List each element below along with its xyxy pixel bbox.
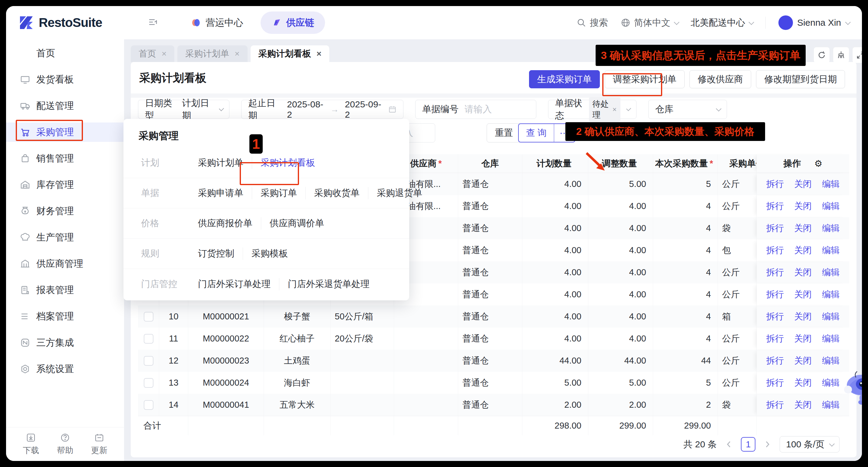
sidebar-item-integrations[interactable]: 三方集成 <box>6 333 124 353</box>
date-range-picker[interactable]: 起止日期 2025-08-2 → 2025-09-2 <box>241 100 403 119</box>
menu-link-purchase-template[interactable]: 采购模板 <box>243 247 296 260</box>
split-row-link[interactable]: 拆行 <box>766 178 784 190</box>
modify-expected-date-button[interactable]: 修改期望到货日期 <box>756 70 845 88</box>
menu-link-supplier-quote[interactable]: 供应商报价单 <box>189 217 261 230</box>
sidebar-item-suppliers[interactable]: 供应商管理 <box>6 254 124 273</box>
edit-row-link[interactable]: 编辑 <box>822 311 840 323</box>
date-type-select[interactable]: 日期类型 计划日期 <box>138 100 229 119</box>
sidebar-item-delivery[interactable]: 配送管理 <box>6 96 124 115</box>
sidebar-item-reports[interactable]: 报表管理 <box>6 280 124 300</box>
generate-purchase-order-button[interactable]: 生成采购订单 <box>529 70 600 88</box>
split-row-link[interactable]: 拆行 <box>766 377 784 389</box>
close-row-link[interactable]: 关闭 <box>794 333 812 345</box>
tag-close-icon[interactable]: × <box>613 105 617 114</box>
refresh-button[interactable] <box>813 47 830 63</box>
edit-row-link[interactable]: 编辑 <box>822 222 840 234</box>
edit-row-link[interactable]: 编辑 <box>822 399 840 411</box>
reset-button[interactable]: 重置 <box>487 124 521 142</box>
sidebar-item-production[interactable]: 生产管理 <box>6 228 124 247</box>
sidebar-item-sales[interactable]: 销售管理 <box>6 149 124 168</box>
menu-link-store-external-return[interactable]: 门店外采退货单处理 <box>279 278 378 290</box>
sidebar-item-shipping-board[interactable]: 发货看板 <box>6 70 124 89</box>
close-row-link[interactable]: 关闭 <box>794 355 812 367</box>
next-page-button[interactable] <box>765 440 771 449</box>
menu-link-supplier-price-adjust[interactable]: 供应商调价单 <box>261 217 333 230</box>
query-button[interactable]: 查 询 <box>519 124 554 142</box>
sidebar-item-finance[interactable]: 财务管理 <box>6 201 124 221</box>
edit-row-link[interactable]: 编辑 <box>822 178 840 190</box>
menu-link-store-external-order[interactable]: 门店外采订单处理 <box>189 278 279 290</box>
row-checkbox[interactable] <box>144 400 153 410</box>
split-row-link[interactable]: 拆行 <box>766 311 784 323</box>
menu-link-purchase-receipt[interactable]: 采购收货单 <box>305 187 368 199</box>
menu-row-price: 价格 供应商报价单 供应商调价单 <box>123 208 409 239</box>
split-row-link[interactable]: 拆行 <box>766 355 784 367</box>
close-icon[interactable]: × <box>162 49 166 59</box>
sidebar-item-home[interactable]: 首页 <box>6 43 124 63</box>
split-row-link[interactable]: 拆行 <box>766 333 784 345</box>
split-row-link[interactable]: 拆行 <box>766 200 784 212</box>
close-row-link[interactable]: 关闭 <box>794 178 812 190</box>
sidebar-collapse-icon[interactable] <box>147 16 158 29</box>
menu-link-purchase-request[interactable]: 采购申请单 <box>189 187 252 199</box>
edit-row-link[interactable]: 编辑 <box>822 266 840 278</box>
sidebar-item-archives[interactable]: 档案管理 <box>6 307 124 326</box>
org-select[interactable]: 北美配送中心 <box>691 16 753 29</box>
close-row-link[interactable]: 关闭 <box>794 200 812 212</box>
column-settings-gear-icon[interactable]: ⚙ <box>814 158 823 169</box>
close-row-link[interactable]: 关闭 <box>794 266 812 278</box>
edit-row-link[interactable]: 编辑 <box>822 244 840 257</box>
sidebar-item-inventory[interactable]: 库存管理 <box>6 175 124 195</box>
menu-link-order-control[interactable]: 订货控制 <box>189 247 243 260</box>
nav-operations-center[interactable]: 营运中心 <box>183 11 251 34</box>
modify-supplier-button[interactable]: 修改供应商 <box>689 70 751 88</box>
search-trigger[interactable]: 搜索 <box>577 16 608 29</box>
page-number[interactable]: 1 <box>741 437 755 452</box>
edit-row-link[interactable]: 编辑 <box>822 333 840 345</box>
cell-current-qty: 4 <box>653 305 718 328</box>
fullscreen-button[interactable] <box>852 47 862 63</box>
tab-purchase-plan-order[interactable]: 采购计划单× <box>177 45 247 62</box>
row-checkbox[interactable] <box>144 312 153 322</box>
cell-ops: 拆行 关闭 编辑 <box>756 349 849 372</box>
edit-row-link[interactable]: 编辑 <box>822 200 840 212</box>
page-size-select[interactable]: 100 条/页 <box>780 436 840 453</box>
doc-status-select[interactable]: 单据状态 待处理 × <box>548 100 637 119</box>
close-row-link[interactable]: 关闭 <box>794 222 812 234</box>
menu-link-purchase-return[interactable]: 采购退货单 <box>368 187 431 199</box>
cell-supplier <box>394 372 458 394</box>
close-icon[interactable]: × <box>235 49 239 59</box>
split-row-link[interactable]: 拆行 <box>766 399 784 411</box>
split-row-link[interactable]: 拆行 <box>766 266 784 278</box>
row-checkbox[interactable] <box>144 356 153 366</box>
split-row-link[interactable]: 拆行 <box>766 289 784 301</box>
edit-row-link[interactable]: 编辑 <box>822 355 840 367</box>
help-button[interactable]: 帮助 <box>57 433 73 456</box>
row-checkbox[interactable] <box>144 378 153 388</box>
edit-row-link[interactable]: 编辑 <box>822 289 840 301</box>
user-menu[interactable]: Sienna Xin <box>778 15 849 30</box>
prev-page-button[interactable] <box>726 440 732 449</box>
tab-home[interactable]: 首页× <box>131 45 174 62</box>
nav-supply-chain[interactable]: 供应链 <box>260 11 325 34</box>
tab-purchase-plan-board[interactable]: 采购计划看板× <box>251 45 329 62</box>
close-row-link[interactable]: 关闭 <box>794 311 812 323</box>
close-row-link[interactable]: 关闭 <box>794 399 812 411</box>
clear-cache-button[interactable] <box>833 47 849 63</box>
menu-link-purchase-order[interactable]: 采购订单 <box>252 187 305 199</box>
close-icon[interactable]: × <box>317 49 321 59</box>
close-row-link[interactable]: 关闭 <box>794 244 812 257</box>
mascot-robot[interactable] <box>840 368 862 408</box>
language-select[interactable]: 简体中文 <box>621 16 678 29</box>
split-row-link[interactable]: 拆行 <box>766 244 784 257</box>
close-row-link[interactable]: 关闭 <box>794 289 812 301</box>
sidebar-item-settings[interactable]: 系统设置 <box>6 359 124 379</box>
split-row-link[interactable]: 拆行 <box>766 222 784 234</box>
edit-row-link[interactable]: 编辑 <box>822 377 840 389</box>
row-checkbox[interactable] <box>144 334 153 343</box>
close-row-link[interactable]: 关闭 <box>794 377 812 389</box>
update-button[interactable]: 更新 <box>91 433 107 456</box>
doc-number-input[interactable]: 单据编号 请输入 <box>415 100 536 119</box>
warehouse-select[interactable]: 仓库 <box>648 100 727 119</box>
download-button[interactable]: 下载 <box>23 433 39 456</box>
